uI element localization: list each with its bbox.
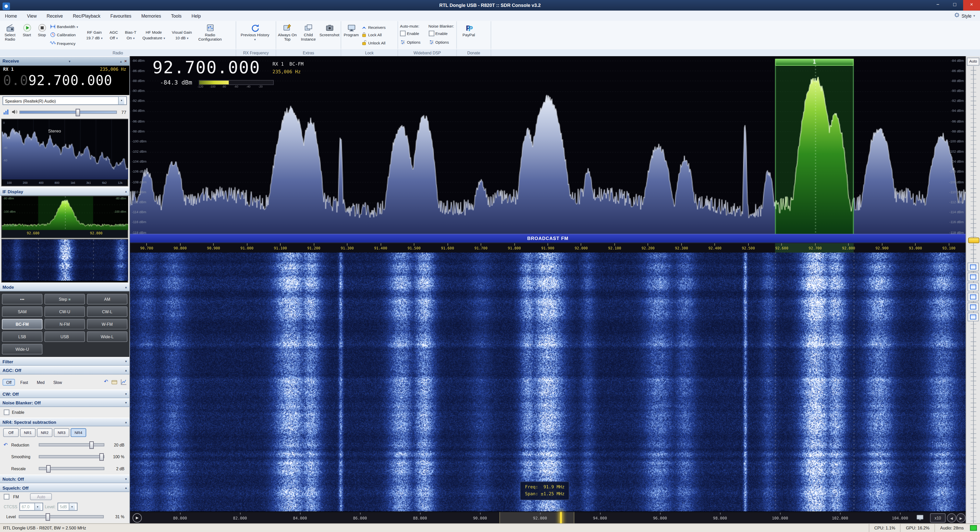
lock-all-button[interactable]: Lock All [361,31,396,38]
squelch-auto-button[interactable]: Auto [30,493,52,500]
chevron-up-icon[interactable]: ▴ [120,59,122,63]
agc-off-button[interactable]: Off [3,379,15,385]
menu-item-view[interactable]: View [22,11,41,21]
chevron-down-icon[interactable]: ▾ [125,477,127,481]
maximize-button[interactable]: □ [946,0,963,11]
undo-icon[interactable]: ↶ [104,380,108,385]
nav-left-button[interactable]: ◀ [947,513,956,523]
chevron-down-icon[interactable]: ▾ [125,392,127,396]
menu-item-rec-playback[interactable]: Rec/Playback [68,11,105,21]
mode-button-w-fm[interactable]: W-FM [87,319,127,330]
noise-blanker-options-button[interactable]: Options [428,38,455,46]
mode-button-bc-fm[interactable]: BC-FM [2,319,42,330]
nr-nr1-button[interactable]: NR1 [20,428,35,437]
chevron-up-icon[interactable]: ▴ [125,190,127,193]
squelch-level-slider[interactable] [19,515,103,518]
bandwidth-button[interactable]: Bandwidth ▾ [50,23,83,30]
auto-scale-button[interactable]: Auto [967,57,980,65]
paypal-button[interactable]: PP PayPal [458,22,479,48]
rf-gain-dropdown[interactable]: RF Gain 19.7 dB▾ [84,22,105,48]
menu-item-help[interactable]: Help [186,11,206,21]
chevron-up-icon[interactable]: ▴ [125,420,127,424]
notch-panel-header[interactable]: Notch: Off ▾ [0,475,129,483]
menu-item-memories[interactable]: Memories [136,11,166,21]
mode-button-usb[interactable]: USB [45,331,85,342]
mode-button-wide-u[interactable]: Wide-U [2,344,42,355]
unlock-all-button[interactable]: Unlock All [361,39,396,46]
scale-preset-button[interactable] [967,303,979,311]
navigator-play-button[interactable]: ▶ [132,513,142,523]
slider-track[interactable] [39,455,104,458]
agc-med-button[interactable]: Med [33,379,48,385]
graph-icon[interactable] [121,376,127,387]
mode-button-cw-l[interactable]: CW-L [87,306,127,317]
if-spectrum-display[interactable]: -80 dBm-80 dBm-100 dBm-100 dBm-118 dBm-1… [1,196,128,239]
slider-track[interactable] [39,443,104,446]
bias-t-dropdown[interactable]: Bias-T On▾ [123,22,139,48]
calibration-button[interactable]: Calibration [50,31,83,38]
menu-item-tools[interactable]: Tools [166,11,186,21]
mode-button-dots[interactable]: ••• [2,294,42,304]
squelch-level-select[interactable]: 5dB▾ [57,503,77,511]
slider-track[interactable] [39,467,104,470]
chevron-down-icon[interactable]: ▾ [68,59,70,63]
slider-thumb[interactable] [46,465,51,473]
rx-frequency-readout[interactable]: 0.092.700.000 [3,72,126,89]
minimize-button[interactable]: − [929,0,946,11]
zoom-x10-button[interactable]: x10 [930,513,945,523]
always-on-top-button[interactable]: Always On Top [277,22,297,48]
nr-off-button[interactable]: Off [3,428,19,437]
auto-mute-options-button[interactable]: Options [400,38,426,46]
menu-item-home[interactable]: Home [0,11,22,21]
slider-thumb[interactable] [99,453,103,461]
nr-nr2-button[interactable]: NR2 [37,428,52,437]
volume-slider[interactable] [19,110,117,113]
mode-button-am[interactable]: AM [87,294,127,304]
agc-slow-button[interactable]: Slow [49,379,65,385]
agc-fast-button[interactable]: Fast [17,379,32,385]
if-waterfall-display[interactable] [1,239,128,283]
menu-item-favourites[interactable]: Favourites [105,11,136,21]
receive-panel-header[interactable]: Receive ▾ ▴ × [0,56,129,65]
filter-panel-header[interactable]: Filter ▾ [0,357,129,366]
close-icon[interactable]: × [124,59,127,63]
checkbox-icon[interactable] [4,409,10,415]
mode-button-step[interactable]: Step≡ [45,294,85,304]
undo-icon[interactable]: ↶ [3,442,9,448]
scale-preset-button[interactable] [967,263,979,271]
frequency-ruler[interactable]: 90.70090.80090.90091.00091.10091.20091.3… [130,242,966,252]
waterfall-canvas[interactable] [130,252,966,511]
program-button[interactable]: Program [342,22,360,48]
ctcss-select[interactable]: 67.0▾ [19,503,43,511]
menu-item-receive[interactable]: Receive [41,11,68,21]
chevron-down-icon[interactable]: ▾ [125,401,127,405]
scale-handle[interactable] [968,238,979,243]
nr-panel-header[interactable]: NR4: Spectral subtraction ▴ [0,417,129,426]
nr-nr3-button[interactable]: NR3 [54,428,69,437]
visual-gain-dropdown[interactable]: Visual Gain 10 dB▾ [169,22,195,48]
full-span-button[interactable] [914,513,926,521]
mode-button-n-fm[interactable]: N-FM [45,319,85,330]
cw-panel-header[interactable]: CW: Off ▾ [0,390,129,398]
squelch-panel-header[interactable]: Squelch: Off ▴ [0,483,129,492]
chevron-up-icon[interactable]: ▴ [125,285,127,289]
radio-configuration-button[interactable]: Radio Configuration [196,22,224,48]
volume-slider-thumb[interactable] [76,108,80,116]
waterfall-display[interactable]: Freq: 91.9 MHzSpan: ±1.25 MHz [130,252,966,511]
noise-blanker-panel-header[interactable]: Noise Blanker: Off ▾ [0,398,129,407]
slider-thumb[interactable] [89,441,94,449]
scale-preset-button[interactable] [967,272,979,281]
hf-mode-dropdown[interactable]: HF Mode Quadrature▾ [140,22,168,48]
if-display-header[interactable]: IF Display ▴ [0,187,129,196]
mode-panel-header[interactable]: Mode ▴ [0,283,129,291]
noise-blanker-enable-checkbox[interactable]: Enable [428,30,455,37]
close-button[interactable]: × [963,0,980,11]
squelch-level-thumb[interactable] [46,513,50,521]
chevron-up-icon[interactable]: ▴ [125,486,127,490]
style-menu[interactable]: Style ▾ [953,12,980,19]
scale-preset-button[interactable] [967,283,979,291]
stop-button[interactable]: Stop [35,22,49,48]
frequency-button[interactable]: Frequency [50,40,83,47]
preset-icon[interactable] [111,376,118,387]
spectrum-display[interactable]: -84 dBm-86 dBm-88 dBm-90 dBm-92 dBm-94 d… [130,56,966,234]
